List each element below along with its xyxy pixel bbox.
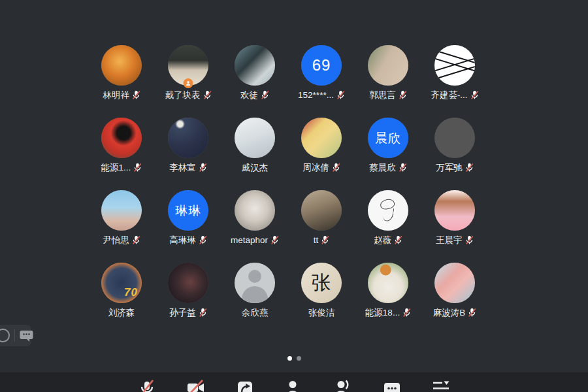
avatar-image — [168, 118, 208, 158]
participant-name: 孙子益 — [169, 307, 196, 319]
avatar-text: 琳琳 — [175, 204, 201, 217]
avatar-image — [235, 45, 275, 86]
participant-label: 余欣燕 — [242, 307, 269, 318]
participant-tile[interactable]: 周冰倩 — [288, 118, 355, 190]
avatar-image — [235, 263, 275, 303]
participant-avatar — [101, 118, 142, 158]
participant-tile[interactable]: 麻波涛B — [421, 263, 488, 335]
participant-tile[interactable]: 尹怡思 — [88, 190, 155, 263]
camera-off-button[interactable] — [187, 378, 205, 392]
participant-label: tt — [314, 235, 330, 246]
participant-label: 戴了块表 — [165, 90, 212, 101]
participant-name: 麻波涛B — [433, 307, 466, 319]
participants-button[interactable] — [285, 378, 303, 392]
participant-tile[interactable]: 戚汉杰 — [221, 118, 288, 190]
muted-mic-icon — [470, 90, 479, 100]
participant-label: 麻波涛B — [433, 307, 477, 318]
participant-tile[interactable]: 能源1... — [88, 118, 155, 190]
participant-tile[interactable]: 能源18... — [355, 263, 421, 335]
participant-tile[interactable]: 琳琳 高琳琳 — [155, 190, 221, 263]
muted-mic-icon — [199, 235, 207, 245]
participant-avatar — [168, 45, 208, 86]
participant-tile[interactable]: tt — [288, 190, 355, 263]
partial-icon[interactable] — [0, 329, 10, 342]
participant-name: 余欣燕 — [242, 307, 269, 319]
participant-label: 高琳琳 — [169, 235, 207, 246]
microphone-muted-button[interactable] — [138, 378, 156, 392]
muted-mic-icon — [394, 235, 402, 245]
host-badge-icon — [184, 78, 193, 88]
participant-tile[interactable]: 郭思言 — [355, 45, 421, 118]
participant-tile[interactable]: 欢徒 — [221, 45, 288, 118]
more-button[interactable] — [383, 378, 401, 392]
participant-label: 欢徒 — [240, 90, 269, 101]
participant-avatar: 张 — [301, 263, 342, 303]
participant-tile[interactable]: 林明祥 — [88, 45, 155, 118]
muted-mic-icon — [133, 163, 142, 172]
participant-name: 张俊洁 — [308, 307, 335, 319]
participant-label: 齐建荟-... — [431, 90, 478, 101]
muted-mic-icon — [203, 90, 212, 100]
participant-tile[interactable]: 赵薇 — [355, 190, 421, 263]
participant-label: metaphor — [231, 235, 279, 246]
participant-avatar — [235, 118, 275, 158]
page-dot[interactable] — [287, 356, 292, 361]
participant-name: 郭思言 — [369, 90, 396, 101]
participant-label: 林明祥 — [103, 90, 140, 101]
participant-name: 赵薇 — [374, 235, 391, 246]
participant-tile[interactable]: 齐建荟-... — [421, 45, 488, 118]
participant-avatar: 琳琳 — [168, 190, 208, 231]
avatar-image — [434, 118, 475, 158]
audio-person-button[interactable] — [334, 378, 352, 392]
divider — [14, 329, 15, 342]
participant-tile[interactable]: metaphor — [221, 190, 288, 263]
participant-label: 尹怡思 — [103, 235, 140, 246]
avatar-image — [101, 45, 142, 86]
participant-avatar — [434, 190, 475, 231]
participant-tile[interactable]: 王晨宇 — [421, 190, 488, 263]
avatar-image — [235, 190, 275, 231]
avatar-image — [368, 45, 408, 86]
muted-mic-icon — [199, 163, 207, 172]
participant-name: tt — [314, 235, 319, 245]
muted-mic-icon — [132, 90, 140, 100]
participant-name: metaphor — [231, 235, 268, 245]
participant-label: 王晨宇 — [436, 235, 474, 246]
avatar-image — [168, 263, 208, 303]
participant-tile[interactable]: 70 刘济森 — [88, 263, 155, 335]
participant-tile[interactable]: 万军驰 — [421, 118, 488, 190]
participant-tile[interactable]: 李林宣 — [155, 118, 221, 190]
participant-tile[interactable]: 孙子益 — [155, 263, 221, 335]
camera-off-icon — [187, 378, 205, 392]
participant-avatar — [101, 190, 142, 231]
participant-avatar: 70 — [101, 263, 142, 303]
participant-name: 刘济森 — [108, 307, 135, 319]
agenda-icon — [432, 378, 450, 392]
participant-tile[interactable]: 69 152****... — [288, 45, 355, 118]
page-dot[interactable] — [297, 356, 301, 361]
more-icon — [383, 378, 401, 392]
participant-name: 戚汉杰 — [242, 162, 269, 174]
participant-avatar — [235, 263, 275, 303]
avatar-image — [434, 263, 475, 303]
avatar-image — [434, 190, 475, 231]
muted-mic-icon — [199, 308, 207, 318]
avatar-text: 70 — [124, 287, 138, 298]
chat-button[interactable] — [20, 329, 33, 342]
muted-mic-icon — [270, 235, 279, 245]
share-screen-button[interactable] — [236, 378, 254, 392]
agenda-button[interactable] — [432, 378, 450, 392]
participant-tile[interactable]: 晨欣 蔡晨欣 — [355, 118, 421, 190]
participant-name: 林明祥 — [103, 90, 129, 101]
share-screen-icon — [236, 378, 254, 392]
participant-avatar: 69 — [301, 45, 342, 86]
participant-tile[interactable]: 余欣燕 — [221, 263, 288, 335]
participant-label: 能源1... — [101, 162, 142, 173]
participant-tile[interactable]: 戴了块表 — [155, 45, 221, 118]
avatar-image — [368, 190, 408, 231]
muted-mic-icon — [465, 235, 474, 245]
participant-name: 152****... — [298, 90, 334, 100]
participant-avatar — [368, 190, 408, 231]
participant-avatar — [434, 45, 475, 86]
participant-tile[interactable]: 张 张俊洁 — [288, 263, 355, 335]
